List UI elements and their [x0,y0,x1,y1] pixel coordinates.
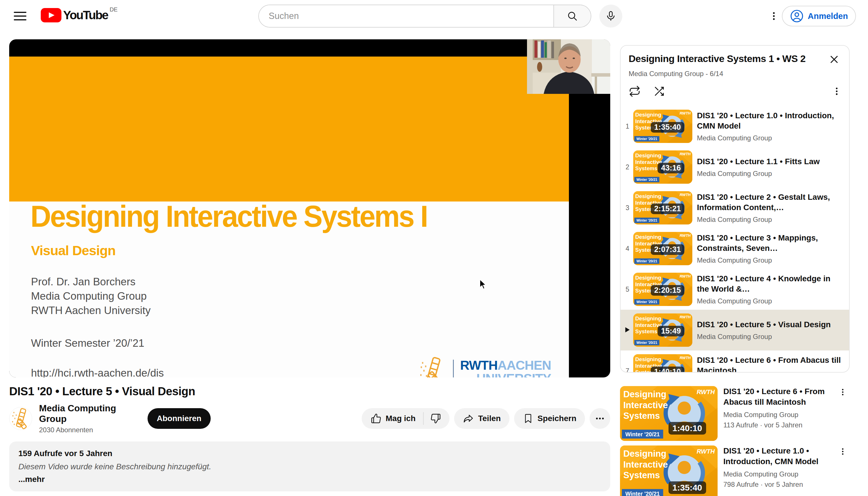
playlist-item-2[interactable]: 2 Designing Interactive Systems RWTH Win… [621,147,849,187]
svg-text:RWTH: RWTH [680,315,691,319]
svg-text:Designing: Designing [635,152,661,158]
playlist-item-6[interactable]: Designing Interactive Systems RWTH Winte… [621,310,849,351]
recommended-kebab-button[interactable] [836,386,850,403]
slide-semester: Winter Semester ’20/’21 [31,337,144,349]
like-button[interactable]: Mag ich [362,408,423,429]
playlist-index: 1 [622,123,633,130]
playlist-kebab-button[interactable] [832,87,841,96]
more-actions-button[interactable] [590,408,610,429]
playlist-item-channel: Media Computing Group [697,256,843,264]
youtube-logo[interactable]: YouTube DE [41,8,118,22]
recommended-meta: 798 Aufrufe · vor 5 Jahren [723,480,833,489]
slide-orange-band [9,57,569,202]
svg-text:Systems: Systems [623,411,660,421]
playlist-item-text: DIS1 '20 • Lecture 1.0 • Introduction, C… [697,110,843,142]
recommended-thumbnail: Designing Interactive Systems RWTH Winte… [620,446,717,496]
svg-text:Designing: Designing [623,449,666,459]
recommended-meta: 113 Aufrufe · vor 5 Jahren [723,421,833,429]
recommended-channel: Media Computing Group [723,470,833,478]
playlist-subtitle: Media Computing Group - 6/14 [629,70,842,78]
mcg-avatar-logo [10,407,32,430]
duration-badge: 1:35:40 [651,122,684,133]
show-more-button[interactable]: ...mehr [18,475,45,484]
views-date: 159 Aufrufe vor 5 Jahren [18,449,601,458]
playlist-thumbnail: Designing Interactive Systems RWTH Winte… [633,110,692,143]
recommended-kebab-button[interactable] [836,446,850,463]
signin-label: Anmelden [808,12,848,21]
save-button[interactable]: Speichern [514,408,585,429]
save-label: Speichern [538,414,576,423]
playlist-item-5[interactable]: 5 Designing Interactive Systems RWTH Win… [621,269,849,310]
mic-icon [605,10,617,22]
svg-text:Winter '20/21: Winter '20/21 [636,137,657,141]
playlist-item-text: DIS1 '20 • Lecture 1.1 • Fitts Law Media… [697,156,820,178]
menu-button[interactable] [9,4,32,28]
duration-badge: 15:49 [657,326,684,337]
signin-button[interactable]: Anmelden [782,6,856,27]
recommended-item[interactable]: Designing Interactive Systems RWTH Winte… [620,386,850,441]
hamburger-icon [14,9,27,23]
duration-badge: 2:15:21 [651,203,684,214]
lecture-slide: Designing Interactive Systems I Visual D… [9,57,569,377]
channel-name: Media Computing Group [39,403,134,424]
playlist-item-title: DIS1 '20 • Lecture 2 • Gestalt Laws, Inf… [697,192,843,213]
close-icon [828,54,840,65]
svg-text:RWTH: RWTH [680,192,691,197]
video-player[interactable]: Designing Interactive Systems I Visual D… [9,39,610,377]
svg-text:RWTH: RWTH [680,111,691,115]
playlist-item-4[interactable]: 4 Designing Interactive Systems RWTH Win… [621,228,849,269]
voice-search-button[interactable] [599,4,622,28]
recommended-videos: Designing Interactive Systems RWTH Winte… [620,386,850,496]
now-playing-icon [622,326,633,334]
svg-text:Systems: Systems [623,470,660,480]
youtube-logo-text: YouTube [63,8,108,22]
dislike-button[interactable] [424,408,450,429]
svg-text:Winter '20/21: Winter '20/21 [625,491,660,496]
recommended-title: DIS1 '20 • Lecture 1.0 • Introduction, C… [723,446,833,467]
playlist-close-button[interactable] [826,51,842,67]
playlist-thumbnail: Designing Interactive Systems RWTH Winte… [633,273,692,306]
kebab-icon [832,87,841,96]
search-button[interactable] [554,5,591,27]
topbar: YouTube DE Anmelden [0,0,868,32]
playlist-item-channel: Media Computing Group [697,134,843,142]
subscriber-count: 2030 Abonnenten [39,426,134,434]
svg-text:Winter '20/21: Winter '20/21 [636,341,657,345]
loop-button[interactable] [629,85,641,97]
playlist-item-channel: Media Computing Group [697,333,831,341]
region-label: DE [110,6,118,13]
channel-info[interactable]: Media Computing Group 2030 Abonnenten [39,403,134,434]
logo-divider [453,360,454,377]
svg-text:Winter '20/21: Winter '20/21 [636,218,657,222]
playlist-item-text: DIS1 '20 • Lecture 6 • From Abacus till … [697,355,843,373]
playlist-thumbnail: Designing Interactive Systems RWTH Winte… [633,151,692,184]
recommended-item[interactable]: Designing Interactive Systems RWTH Winte… [620,446,850,496]
playlist-item-7[interactable]: 7 Designing Interactive Systems RWTH Win… [621,351,849,373]
svg-text:Winter '20/21: Winter '20/21 [636,300,657,304]
playlist-item-1[interactable]: 1 Designing Interactive Systems RWTH Win… [621,106,849,147]
subscribe-button[interactable]: Abonnieren [148,408,211,429]
shuffle-button[interactable] [653,85,665,97]
slide-title: Designing Interactive Systems I [30,199,427,234]
slide-url: http://hci.rwth-aachen.de/dis [31,367,164,377]
svg-text:Designing: Designing [635,112,661,118]
playlist-item-channel: Media Computing Group [697,297,843,305]
search-input[interactable] [259,5,554,27]
duration-badge: 2:07:31 [651,244,684,255]
mcg-filmstrip-logo [419,357,447,377]
svg-text:RWTH: RWTH [680,274,691,278]
share-label: Teilen [478,414,501,423]
thumb-down-icon [430,413,441,424]
topbar-kebab-button[interactable] [765,7,782,25]
svg-text:RWTH: RWTH [680,356,691,360]
channel-avatar[interactable] [9,407,32,430]
playlist-item-3[interactable]: 3 Designing Interactive Systems RWTH Win… [621,187,849,228]
svg-text:Designing: Designing [635,275,661,281]
description-box: 159 Aufrufe vor 5 Jahren Diesem Video wu… [9,441,610,492]
channel-row: Media Computing Group 2030 Abonnenten Ab… [9,405,610,432]
share-button[interactable]: Teilen [454,408,510,429]
playlist-item-title: DIS1 '20 • Lecture 1.0 • Introduction, C… [697,110,843,131]
recommended-text: DIS1 '20 • Lecture 1.0 • Introduction, C… [723,446,833,496]
mouse-cursor [479,279,486,290]
playlist-item-title: DIS1 '20 • Lecture 3 • Mappings, Constra… [697,233,843,253]
